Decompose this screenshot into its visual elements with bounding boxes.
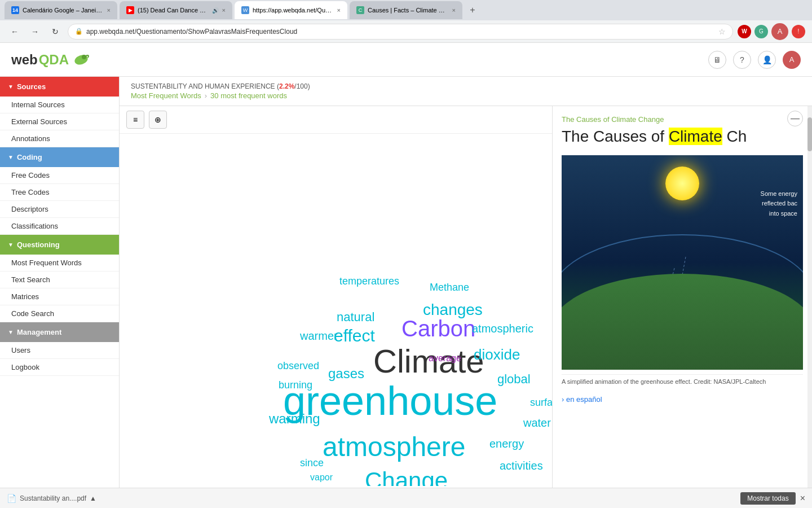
word-carbon[interactable]: Carbon [401,316,475,341]
tab-2-close[interactable]: × [222,7,226,14]
source-image: Some energy reflected bac into space Atm… [562,155,803,370]
help-icon[interactable]: ? [733,51,751,69]
coding-header[interactable]: ▼ Coding [0,147,119,167]
sources-label: Sources [17,82,46,91]
spanish-link[interactable]: › en español [562,395,803,404]
minimize-button[interactable]: — [787,111,803,126]
sidebar-item-free-codes[interactable]: Free Codes [0,167,119,184]
word-energy[interactable]: energy [489,437,524,450]
word-methane[interactable]: Methane [430,282,469,294]
word-change[interactable]: Change [365,467,448,486]
wordcloud-panel: ≡ ⊕ greenhouseClimateatmosphereCarbonCha… [120,106,553,488]
word-average[interactable]: average [429,353,461,364]
word-activities[interactable]: activities [500,459,543,472]
extension-icon-1[interactable]: W [738,25,751,38]
word-burning[interactable]: burning [279,379,312,391]
earth-arc [562,274,803,370]
scrollbar[interactable] [807,106,812,488]
user-icon[interactable]: 👤 [758,51,776,69]
tab-2[interactable]: ▶ (15) Dead Can Dance – Sea... 🔊 × [120,1,232,19]
tab-2-title: (15) Dead Can Dance – Sea... [138,7,209,14]
logo-bird-icon [70,49,92,71]
word-surface[interactable]: surface [530,397,552,409]
management-header[interactable]: ▼ Management [0,322,119,342]
tab-4-close[interactable]: × [452,7,456,14]
breadcrumb-separator: › [205,91,207,100]
monitor-icon[interactable]: 🖥 [708,51,726,69]
bottom-file: 📄 Sustantability an....pdf ▲ [7,494,96,503]
word-global[interactable]: global [497,372,531,387]
tab-1-favicon: 14 [11,6,19,14]
extension-icon-2[interactable]: G [754,25,768,38]
profile-icon[interactable]: A [771,23,788,40]
reload-button[interactable]: ↻ [47,24,63,40]
word-changes[interactable]: changes [423,301,483,319]
scrollbar-thumb[interactable] [807,117,812,151]
sidebar-item-external-sources[interactable]: External Sources [0,113,119,130]
word-effect[interactable]: effect [334,326,375,345]
word-observed[interactable]: observed [277,360,319,372]
right-panel: SUSTENTABILITY AND HUMAN EXPERIENCE (2.2… [120,77,812,488]
sidebar-item-text-search[interactable]: Text Search [0,271,119,288]
sources-chevron: ▼ [8,84,14,90]
sidebar-item-users[interactable]: Users [0,342,119,359]
questioning-label: Questioning [17,240,60,249]
wordcloud-list-btn[interactable]: ≡ [126,111,144,129]
app-header: webQDA 🖥 ? 👤 A [0,43,812,77]
word-dioxide[interactable]: dioxide [474,346,520,364]
word-atmosphere[interactable]: atmosphere [323,431,465,462]
word-temperatures[interactable]: temperatures [339,275,399,287]
image-caption: A simplified animation of the greenhouse… [562,374,803,388]
expand-icon[interactable]: ▲ [90,494,96,502]
sidebar-item-most-frequent-words[interactable]: Most Frequent Words [0,255,119,271]
questioning-header[interactable]: ▼ Questioning [0,235,119,255]
show-all-button[interactable]: Mostrar todas [740,492,795,505]
sources-header[interactable]: ▼ Sources [0,77,119,97]
source-panel: — The Causes of Climate Change The Cause… [553,106,812,488]
word-atmospheric[interactable]: atmospheric [472,322,533,335]
word-warming[interactable]: warming [269,411,320,427]
project-title: SUSTENTABILITY AND HUMAN EXPERIENCE (2.2… [131,82,801,90]
source-title-before: The Causes of [562,128,669,145]
audio-icon: 🔊 [212,7,219,14]
word-gases[interactable]: gases [328,366,364,382]
source-title-after: Ch [722,128,747,145]
browser-tabs-bar: 14 Calendário Google – Janeiro de... × ▶… [0,0,812,20]
project-name: SUSTENTABILITY AND HUMAN EXPERIENCE [131,82,275,90]
new-tab-button[interactable]: + [465,2,480,18]
sidebar-item-descriptors[interactable]: Descriptors [0,201,119,218]
word-natural[interactable]: natural [337,310,374,325]
tab-3[interactable]: W https://app.webqda.net/Questio... × [235,1,347,19]
word-water[interactable]: water [523,417,551,430]
sidebar-item-code-search[interactable]: Code Search [0,305,119,322]
tab-3-close[interactable]: × [337,7,341,14]
sidebar-item-annotations[interactable]: Annotations [0,130,119,147]
wordcloud-add-btn[interactable]: ⊕ [149,111,167,129]
bookmark-icon[interactable]: ☆ [718,27,726,36]
tab-4-title: Causes | Facts – Climate Change... [368,7,449,14]
bottom-bar: 📄 Sustantability an....pdf ▲ Mostrar tod… [0,488,812,508]
close-bottom-button[interactable]: × [800,493,805,503]
sidebar-item-classifications[interactable]: Classifications [0,218,119,235]
extension-icon-3[interactable]: ! [792,25,805,38]
sidebar-section-sources: ▼ Sources Internal Sources External Sour… [0,77,119,147]
sidebar-section-coding: ▼ Coding Free Codes Tree Codes Descripto… [0,147,119,235]
user-avatar[interactable]: A [783,51,801,69]
logo-qda: QDA [39,52,69,68]
tab-1-close[interactable]: × [107,7,111,14]
tab-1[interactable]: 14 Calendário Google – Janeiro de... × [5,1,117,19]
forward-button[interactable]: → [27,24,43,40]
sidebar-item-logbook[interactable]: Logbook [0,359,119,376]
word-vapor[interactable]: vapor [310,472,333,483]
tab-3-favicon: W [241,6,249,14]
breadcrumb-parent[interactable]: Most Frequent Words [131,91,201,100]
word-since[interactable]: since [300,457,324,469]
sidebar-item-internal-sources[interactable]: Internal Sources [0,97,119,113]
tab-4[interactable]: C Causes | Facts – Climate Change... × [350,1,462,19]
tab-4-favicon: C [356,6,364,14]
sidebar-item-tree-codes[interactable]: Tree Codes [0,184,119,201]
word-warmer[interactable]: warmer [300,330,338,343]
address-bar[interactable]: 🔒 app.webqda.net/Questionamento/ShowPala… [68,24,733,40]
sidebar-item-matrices[interactable]: Matrices [0,288,119,305]
back-button[interactable]: ← [7,24,23,40]
